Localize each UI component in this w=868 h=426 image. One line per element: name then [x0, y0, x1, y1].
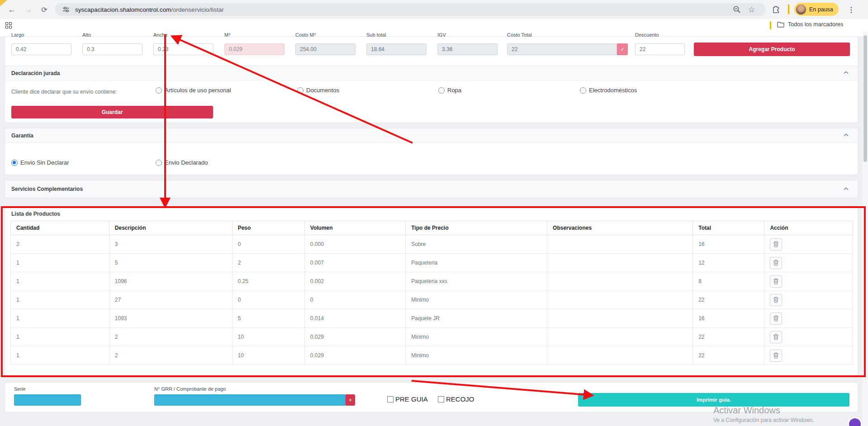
- table-cell: 22: [693, 346, 764, 365]
- address-bar[interactable]: syscapacitacion.shalomcontrol.com/ordens…: [55, 3, 765, 16]
- table-cell: 0.000: [304, 235, 405, 254]
- radio-dot[interactable]: [11, 160, 18, 166]
- table-cell: [547, 291, 693, 309]
- radio-electrodom-sticos[interactable]: Electrodomésticos: [580, 87, 637, 94]
- field-input-costo-total[interactable]: [507, 43, 617, 55]
- field-input-alto[interactable]: [82, 43, 142, 55]
- delete-row-button[interactable]: [770, 331, 782, 343]
- chevron-up-icon[interactable]: [844, 71, 849, 74]
- scrollbar[interactable]: [863, 32, 868, 426]
- folder-icon: [777, 21, 784, 28]
- back-icon[interactable]: ←: [5, 3, 18, 16]
- agregar-producto-button[interactable]: Agregar Producto: [694, 43, 850, 56]
- servicios-header[interactable]: Servicios Complementarios: [5, 180, 858, 198]
- guardar-button[interactable]: Guardar: [11, 106, 213, 118]
- chevron-up-icon[interactable]: [844, 187, 849, 190]
- field-input-costo-m-[interactable]: [295, 43, 356, 55]
- table-row: 1520.007Paqueteria12: [11, 254, 853, 272]
- table-cell: 8: [693, 272, 764, 291]
- field-input-descuento[interactable]: [635, 43, 685, 55]
- delete-row-button[interactable]: [770, 238, 782, 251]
- declaracion-header[interactable]: Declaración jurada: [5, 66, 858, 80]
- servicios-card: Servicios Complementarios: [5, 180, 858, 198]
- field-label: Ancho: [153, 32, 167, 38]
- column-header: Observaciones: [547, 221, 693, 235]
- profile-button[interactable]: En pausa: [794, 3, 839, 16]
- grr-label: N° GRR / Comprobante de pago: [154, 386, 226, 392]
- garantia-header[interactable]: Garantía: [5, 128, 858, 143]
- field-input-m-[interactable]: [224, 43, 285, 55]
- table-cell: 2: [232, 254, 304, 272]
- radio-dot[interactable]: [580, 87, 586, 94]
- field-label: M³: [224, 32, 230, 38]
- bookmark-star-icon[interactable]: ☆: [748, 5, 755, 14]
- zoom-icon[interactable]: [733, 5, 741, 14]
- delete-row-button[interactable]: [770, 257, 782, 269]
- radio-dot[interactable]: [297, 87, 304, 94]
- table-cell: [547, 309, 693, 328]
- delete-row-button[interactable]: [770, 275, 782, 288]
- table-row: 12700Minimo22: [11, 291, 853, 309]
- radio-envio-declarado[interactable]: Envio Declarado: [156, 159, 208, 166]
- table-cell: [547, 272, 693, 291]
- radio-dot[interactable]: [156, 160, 162, 166]
- table-cell: 0.25: [232, 272, 304, 291]
- extensions-icon[interactable]: [772, 5, 781, 14]
- pre-guia-checkbox[interactable]: PRE GUIA: [387, 395, 428, 403]
- site-settings-icon[interactable]: [62, 6, 70, 13]
- checkbox-box[interactable]: [387, 396, 394, 402]
- field-label: Sub total: [366, 32, 386, 38]
- field-input-largo[interactable]: [11, 43, 71, 55]
- checkbox-box[interactable]: [438, 396, 444, 402]
- table-cell: 3: [109, 235, 232, 254]
- declaracion-card: Declaración jurada Cliente dice declarar…: [5, 66, 858, 123]
- imprimir-guia-button[interactable]: Imprimir guia.: [578, 393, 849, 407]
- url-text[interactable]: syscapacitacion.shalomcontrol.com/ordens…: [75, 6, 224, 13]
- column-header: Cantidad: [11, 221, 109, 235]
- all-bookmarks-button[interactable]: Todos los marcadores: [777, 21, 843, 28]
- table-cell: Minimo: [406, 291, 547, 309]
- column-header: Acción: [764, 221, 853, 235]
- delete-row-button[interactable]: [770, 312, 782, 325]
- radio-dot[interactable]: [156, 87, 162, 94]
- radio-documentos[interactable]: Documentos: [297, 87, 339, 94]
- grr-input[interactable]: [154, 394, 346, 406]
- chat-bubble-icon[interactable]: [848, 417, 862, 426]
- product-form-card: LargoAltoAnchoM³Costo M³Sub totalIGVCost…: [5, 36, 858, 66]
- serie-input[interactable]: [14, 394, 81, 406]
- table-cell: 12: [693, 254, 764, 272]
- reload-icon[interactable]: ⟳: [38, 3, 51, 16]
- table-cell: Paqueteria: [406, 254, 547, 272]
- confirm-total-button[interactable]: ✓: [617, 43, 628, 55]
- radio-ropa[interactable]: Ropa: [438, 87, 461, 94]
- grr-add-button[interactable]: +: [346, 394, 355, 406]
- table-cell: Minimo: [406, 328, 547, 346]
- apps-grid-icon[interactable]: [5, 22, 12, 28]
- table-cell: 1: [11, 346, 109, 365]
- table-cell: Paquete JR: [406, 309, 547, 328]
- profile-avatar: [796, 5, 806, 14]
- radio-art-culos-de-uso-personal[interactable]: Artículos de uso personal: [156, 87, 231, 94]
- forward-icon[interactable]: →: [22, 3, 34, 16]
- field-input-igv[interactable]: [437, 43, 498, 55]
- field-input-ancho[interactable]: [153, 43, 213, 55]
- table-cell: Minimo: [406, 346, 547, 365]
- recojo-checkbox[interactable]: RECOJO: [438, 395, 474, 403]
- radio-envio-sin-declarar[interactable]: Envio Sin Declarar: [11, 159, 69, 166]
- table-cell: 1: [11, 272, 109, 291]
- bookmarks-bar: Todos los marcadores: [0, 19, 868, 32]
- scrollbar-thumb[interactable]: [863, 35, 867, 162]
- table-cell: [547, 235, 693, 254]
- delete-row-button[interactable]: [770, 350, 782, 362]
- table-row: 110960.250.002Paqueteria xxs8: [11, 272, 853, 291]
- table-cell: 0: [232, 291, 304, 309]
- radio-dot[interactable]: [438, 87, 445, 94]
- delete-row-button[interactable]: [770, 294, 782, 306]
- column-header: Tipo de Precio: [406, 221, 547, 235]
- table-cell: 1: [11, 309, 109, 328]
- menu-dots-icon[interactable]: ⋮: [845, 3, 858, 16]
- chevron-up-icon[interactable]: [844, 133, 849, 137]
- serie-label: Serie: [14, 386, 26, 392]
- productos-table: CantidadDescripciónPesoVolumenTipo de Pr…: [10, 221, 853, 365]
- field-input-sub-total[interactable]: [366, 43, 427, 55]
